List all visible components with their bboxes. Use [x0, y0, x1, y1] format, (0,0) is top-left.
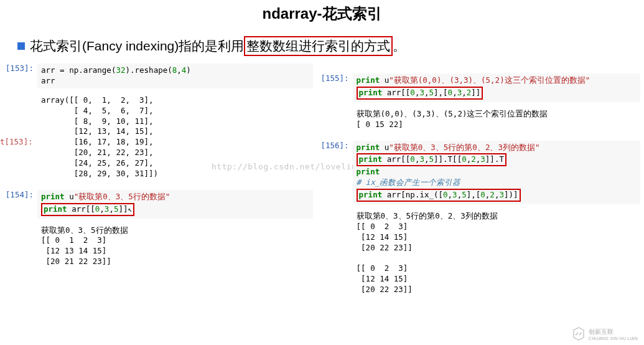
cell-153-in: [153]: arr = np.arange(32).reshape(8,4) … — [4, 64, 313, 88]
brand-sub: CHUANG XIN HU LIAN — [589, 336, 638, 341]
cell-154-out: x 获取第0、3、5行的数据 [[ 0 1 2 3] [12 13 14 15]… — [4, 224, 313, 270]
page-title: ndarray-花式索引 — [0, 0, 644, 31]
bullet-text-suffix: 。 — [393, 37, 406, 55]
cell-154-in: [154]: print u"获取第0、3、5行的数据" print arr[[… — [4, 190, 313, 219]
code-input: print u"获取第0、3、5行的第0、2、3列的数据" print arr[… — [353, 141, 640, 204]
output-text: array([[ 0, 1, 2, 3], [ 4, 5, 6, 7], [ 8… — [37, 93, 313, 181]
cell-156-in: [156]: print u"获取第0、3、5行的第0、2、3列的数据" pri… — [319, 141, 640, 204]
bullet-description: 花式索引(Fancy indexing)指的是利用 整数数组进行索引的方式 。 — [0, 31, 644, 64]
code-input: arr = np.arange(32).reshape(8,4) arr — [37, 64, 313, 88]
in-prompt: [153]: — [4, 64, 37, 88]
bullet-highlight: 整数数组进行索引的方式 — [244, 36, 393, 56]
brand-name: 创新互联 — [589, 328, 638, 336]
cursor-icon: ↖ — [128, 206, 133, 215]
in-prompt: [155]: — [319, 73, 353, 102]
in-prompt: [154]: — [4, 190, 37, 219]
output-text: 获取第0、3、5行的第0、2、3列的数据 [[ 0 2 3] [12 14 15… — [353, 209, 640, 297]
bullet-icon — [17, 42, 25, 50]
highlighted-code: print arr[[0,3,5],[0,3,2]] — [357, 87, 483, 100]
code-input: print u"获取第0、3、5行的数据" print arr[[0,3,5]]… — [37, 190, 313, 219]
in-prompt: [156]: — [319, 141, 353, 204]
cell-153-out: x array([[ 0, 1, 2, 3], [ 4, 5, 6, 7], [… — [4, 93, 313, 181]
highlighted-code: print arr[[0,3,5]]↖ — [41, 203, 134, 216]
highlighted-code: print arr[np.ix_([0,3,5],[0,2,3])] — [357, 189, 521, 202]
output-text: 获取第(0,0)、(3,3)、(5,2)这三个索引位置的数据 [ 0 15 22… — [353, 107, 640, 132]
brand-icon — [571, 326, 586, 341]
code-input: print u"获取第(0,0)、(3,3)、(5,2)这三个索引位置的数据" … — [353, 73, 640, 102]
cell-155-out: x 获取第(0,0)、(3,3)、(5,2)这三个索引位置的数据 [ 0 15 … — [319, 107, 640, 132]
highlighted-code: print arr[[0,3,5]].T[[0,2,3]].T — [357, 153, 506, 166]
footer-brand-logo: 创新互联 CHUANG XIN HU LIAN — [571, 326, 638, 341]
output-text: 获取第0、3、5行的数据 [[ 0 1 2 3] [12 13 14 15] [… — [37, 224, 313, 270]
cell-155-in: [155]: print u"获取第(0,0)、(3,3)、(5,2)这三个索引… — [319, 73, 640, 102]
cell-156-out: x 获取第0、3、5行的第0、2、3列的数据 [[ 0 2 3] [12 14 … — [319, 209, 640, 297]
bullet-text-prefix: 花式索引(Fancy indexing)指的是利用 — [30, 37, 244, 55]
